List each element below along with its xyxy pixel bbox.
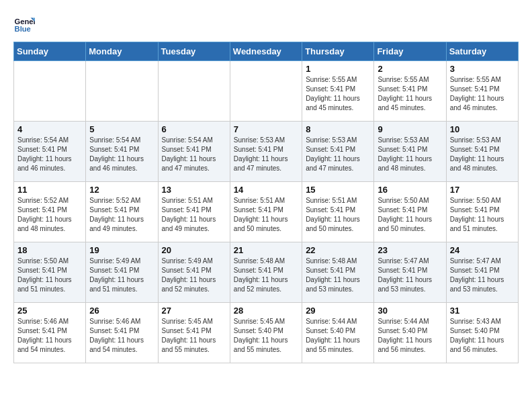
day-number: 3 bbox=[450, 64, 515, 74]
logo-icon: General Blue bbox=[13, 13, 35, 35]
calendar-day-cell: 2Sunrise: 5:55 AM Sunset: 5:41 PM Daylig… bbox=[374, 61, 446, 122]
day-info: Sunrise: 5:44 AM Sunset: 5:40 PM Dayligh… bbox=[378, 317, 442, 355]
calendar-day-cell: 4Sunrise: 5:54 AM Sunset: 5:41 PM Daylig… bbox=[14, 122, 86, 182]
calendar-day-cell: 23Sunrise: 5:47 AM Sunset: 5:41 PM Dayli… bbox=[374, 242, 446, 303]
calendar-day-cell: 6Sunrise: 5:54 AM Sunset: 5:41 PM Daylig… bbox=[158, 122, 230, 182]
day-info: Sunrise: 5:51 AM Sunset: 5:41 PM Dayligh… bbox=[162, 196, 226, 234]
day-info: Sunrise: 5:53 AM Sunset: 5:41 PM Dayligh… bbox=[378, 136, 442, 173]
calendar-day-cell: 28Sunrise: 5:45 AM Sunset: 5:40 PM Dayli… bbox=[230, 303, 302, 363]
calendar-day-cell: 25Sunrise: 5:46 AM Sunset: 5:41 PM Dayli… bbox=[14, 303, 86, 363]
calendar-day-cell: 10Sunrise: 5:53 AM Sunset: 5:41 PM Dayli… bbox=[446, 122, 518, 182]
day-info: Sunrise: 5:53 AM Sunset: 5:41 PM Dayligh… bbox=[306, 136, 370, 173]
day-number: 30 bbox=[378, 306, 442, 316]
calendar-day-cell: 14Sunrise: 5:51 AM Sunset: 5:41 PM Dayli… bbox=[230, 182, 302, 242]
day-info: Sunrise: 5:54 AM Sunset: 5:41 PM Dayligh… bbox=[162, 136, 226, 173]
day-info: Sunrise: 5:47 AM Sunset: 5:41 PM Dayligh… bbox=[450, 257, 515, 294]
day-number: 20 bbox=[162, 245, 226, 255]
day-of-week-header: Friday bbox=[374, 42, 446, 61]
day-of-week-header: Tuesday bbox=[158, 42, 230, 61]
calendar-day-cell: 20Sunrise: 5:49 AM Sunset: 5:41 PM Dayli… bbox=[158, 242, 230, 303]
day-number: 4 bbox=[17, 124, 82, 134]
calendar-week-row: 1Sunrise: 5:55 AM Sunset: 5:41 PM Daylig… bbox=[14, 61, 519, 122]
calendar-day-cell: 8Sunrise: 5:53 AM Sunset: 5:41 PM Daylig… bbox=[302, 122, 374, 182]
logo: General Blue bbox=[13, 13, 38, 35]
day-number: 25 bbox=[17, 306, 82, 316]
day-number: 9 bbox=[378, 124, 442, 134]
day-info: Sunrise: 5:50 AM Sunset: 5:41 PM Dayligh… bbox=[378, 196, 442, 234]
day-info: Sunrise: 5:49 AM Sunset: 5:41 PM Dayligh… bbox=[162, 257, 226, 294]
calendar-header-row: SundayMondayTuesdayWednesdayThursdayFrid… bbox=[14, 42, 519, 61]
day-info: Sunrise: 5:46 AM Sunset: 5:41 PM Dayligh… bbox=[89, 317, 154, 355]
day-info: Sunrise: 5:55 AM Sunset: 5:41 PM Dayligh… bbox=[306, 75, 370, 113]
day-of-week-header: Sunday bbox=[14, 42, 86, 61]
calendar-day-cell: 21Sunrise: 5:48 AM Sunset: 5:41 PM Dayli… bbox=[230, 242, 302, 303]
day-number: 18 bbox=[17, 245, 82, 255]
calendar-day-cell bbox=[14, 61, 86, 122]
calendar-day-cell: 11Sunrise: 5:52 AM Sunset: 5:41 PM Dayli… bbox=[14, 182, 86, 242]
day-info: Sunrise: 5:44 AM Sunset: 5:40 PM Dayligh… bbox=[306, 317, 370, 355]
day-number: 31 bbox=[450, 306, 515, 316]
day-info: Sunrise: 5:45 AM Sunset: 5:41 PM Dayligh… bbox=[162, 317, 226, 355]
day-number: 13 bbox=[162, 185, 226, 195]
calendar-day-cell: 18Sunrise: 5:50 AM Sunset: 5:41 PM Dayli… bbox=[14, 242, 86, 303]
day-info: Sunrise: 5:52 AM Sunset: 5:41 PM Dayligh… bbox=[17, 196, 82, 234]
day-info: Sunrise: 5:54 AM Sunset: 5:41 PM Dayligh… bbox=[89, 136, 154, 173]
calendar-day-cell: 29Sunrise: 5:44 AM Sunset: 5:40 PM Dayli… bbox=[302, 303, 374, 363]
day-number: 24 bbox=[450, 245, 515, 255]
day-number: 29 bbox=[306, 306, 370, 316]
day-number: 23 bbox=[378, 245, 442, 255]
calendar-day-cell: 1Sunrise: 5:55 AM Sunset: 5:41 PM Daylig… bbox=[302, 61, 374, 122]
calendar-day-cell: 27Sunrise: 5:45 AM Sunset: 5:41 PM Dayli… bbox=[158, 303, 230, 363]
day-info: Sunrise: 5:48 AM Sunset: 5:41 PM Dayligh… bbox=[234, 257, 298, 294]
svg-text:Blue: Blue bbox=[15, 25, 31, 33]
day-info: Sunrise: 5:46 AM Sunset: 5:41 PM Dayligh… bbox=[17, 317, 82, 355]
day-info: Sunrise: 5:53 AM Sunset: 5:41 PM Dayligh… bbox=[234, 136, 298, 173]
day-number: 22 bbox=[306, 245, 370, 255]
day-number: 12 bbox=[89, 185, 154, 195]
day-number: 5 bbox=[89, 124, 154, 134]
calendar-day-cell: 5Sunrise: 5:54 AM Sunset: 5:41 PM Daylig… bbox=[86, 122, 158, 182]
calendar-day-cell: 16Sunrise: 5:50 AM Sunset: 5:41 PM Dayli… bbox=[374, 182, 446, 242]
calendar-day-cell: 22Sunrise: 5:48 AM Sunset: 5:41 PM Dayli… bbox=[302, 242, 374, 303]
calendar-day-cell: 17Sunrise: 5:50 AM Sunset: 5:41 PM Dayli… bbox=[446, 182, 518, 242]
day-number: 17 bbox=[450, 185, 515, 195]
day-number: 28 bbox=[234, 306, 298, 316]
day-number: 21 bbox=[234, 245, 298, 255]
day-number: 19 bbox=[89, 245, 154, 255]
calendar-day-cell: 7Sunrise: 5:53 AM Sunset: 5:41 PM Daylig… bbox=[230, 122, 302, 182]
day-number: 8 bbox=[306, 124, 370, 134]
calendar-week-row: 11Sunrise: 5:52 AM Sunset: 5:41 PM Dayli… bbox=[14, 182, 519, 242]
calendar-day-cell: 19Sunrise: 5:49 AM Sunset: 5:41 PM Dayli… bbox=[86, 242, 158, 303]
day-of-week-header: Wednesday bbox=[230, 42, 302, 61]
day-info: Sunrise: 5:53 AM Sunset: 5:41 PM Dayligh… bbox=[450, 136, 515, 173]
day-info: Sunrise: 5:51 AM Sunset: 5:41 PM Dayligh… bbox=[306, 196, 370, 234]
day-info: Sunrise: 5:48 AM Sunset: 5:41 PM Dayligh… bbox=[306, 257, 370, 294]
calendar-week-row: 18Sunrise: 5:50 AM Sunset: 5:41 PM Dayli… bbox=[14, 242, 519, 303]
day-of-week-header: Monday bbox=[86, 42, 158, 61]
day-number: 27 bbox=[162, 306, 226, 316]
day-info: Sunrise: 5:55 AM Sunset: 5:41 PM Dayligh… bbox=[450, 75, 515, 113]
calendar-day-cell: 24Sunrise: 5:47 AM Sunset: 5:41 PM Dayli… bbox=[446, 242, 518, 303]
day-number: 15 bbox=[306, 185, 370, 195]
day-number: 6 bbox=[162, 124, 226, 134]
calendar-day-cell: 3Sunrise: 5:55 AM Sunset: 5:41 PM Daylig… bbox=[446, 61, 518, 122]
day-info: Sunrise: 5:52 AM Sunset: 5:41 PM Dayligh… bbox=[89, 196, 154, 234]
calendar-day-cell: 9Sunrise: 5:53 AM Sunset: 5:41 PM Daylig… bbox=[374, 122, 446, 182]
calendar-day-cell bbox=[230, 61, 302, 122]
day-info: Sunrise: 5:55 AM Sunset: 5:41 PM Dayligh… bbox=[378, 75, 442, 113]
day-info: Sunrise: 5:51 AM Sunset: 5:41 PM Dayligh… bbox=[234, 196, 298, 234]
day-info: Sunrise: 5:43 AM Sunset: 5:40 PM Dayligh… bbox=[450, 317, 515, 355]
day-number: 10 bbox=[450, 124, 515, 134]
calendar-day-cell: 13Sunrise: 5:51 AM Sunset: 5:41 PM Dayli… bbox=[158, 182, 230, 242]
day-info: Sunrise: 5:54 AM Sunset: 5:41 PM Dayligh… bbox=[17, 136, 82, 173]
day-number: 16 bbox=[378, 185, 442, 195]
calendar-day-cell: 31Sunrise: 5:43 AM Sunset: 5:40 PM Dayli… bbox=[446, 303, 518, 363]
calendar-day-cell: 12Sunrise: 5:52 AM Sunset: 5:41 PM Dayli… bbox=[86, 182, 158, 242]
calendar-day-cell bbox=[86, 61, 158, 122]
calendar-table: SundayMondayTuesdayWednesdayThursdayFrid… bbox=[13, 42, 519, 363]
day-number: 7 bbox=[234, 124, 298, 134]
day-info: Sunrise: 5:45 AM Sunset: 5:40 PM Dayligh… bbox=[234, 317, 298, 355]
day-number: 11 bbox=[17, 185, 82, 195]
day-info: Sunrise: 5:49 AM Sunset: 5:41 PM Dayligh… bbox=[89, 257, 154, 294]
calendar-week-row: 25Sunrise: 5:46 AM Sunset: 5:41 PM Dayli… bbox=[14, 303, 519, 363]
